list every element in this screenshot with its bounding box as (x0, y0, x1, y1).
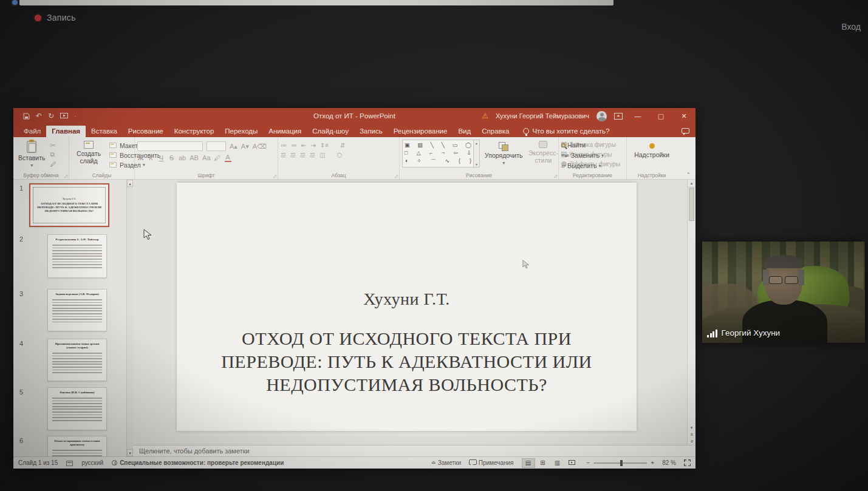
clear-formatting-icon[interactable]: А⌫ (253, 143, 267, 151)
qat-customize-icon[interactable]: · (74, 113, 76, 119)
notes-placeholder[interactable]: Щелкните, чтобы добавить заметки (139, 447, 250, 455)
thumbnail-image[interactable]: Оценка (В.В. Сдобников) (47, 387, 107, 430)
slide-sorter-view-button[interactable]: ⊞ (536, 458, 550, 468)
close-button[interactable]: ✕ (676, 112, 692, 120)
align-left-icon[interactable]: ☰ (281, 152, 286, 158)
line-spacing-icon[interactable]: ⇕≡ (320, 142, 329, 149)
slide-author-text[interactable]: Хухуни Г.Т. (363, 290, 450, 309)
shapes-gallery-scrollbar[interactable]: ▴▾ (474, 140, 480, 168)
scroll-down-icon[interactable]: ▾ (691, 425, 693, 430)
language-indicator[interactable]: русский (81, 459, 103, 466)
change-case-button[interactable]: Аа (202, 154, 211, 161)
zoom-in-icon[interactable]: + (651, 459, 654, 466)
font-name-combobox[interactable] (137, 141, 203, 151)
tab-slideshow[interactable]: Слайд-шоу (307, 126, 354, 137)
next-slide-icon[interactable]: « (689, 439, 694, 442)
arrange-button[interactable]: Упорядочить ▾ (482, 140, 525, 171)
tab-record[interactable]: Запись (354, 126, 388, 137)
thumbnail-image[interactable]: Отказ от принципа соответствия оригиналу (47, 436, 107, 456)
align-right-icon[interactable]: ☰ (300, 152, 306, 158)
grow-font-icon[interactable]: А▴ (230, 143, 238, 151)
smartart-convert-icon[interactable]: ⬡ (337, 152, 342, 158)
new-slide-button[interactable]: Создать слайд (72, 140, 106, 171)
tab-animations[interactable]: Анимация (263, 126, 307, 137)
tab-design[interactable]: Конструктор (169, 126, 220, 137)
highlight-color-icon[interactable]: 🖊 (214, 154, 221, 161)
start-slideshow-icon[interactable] (60, 113, 68, 120)
slide-counter[interactable]: Слайд 1 из 15 (18, 459, 58, 466)
login-link[interactable]: Вход (841, 22, 861, 32)
notes-toggle[interactable]: ≐ Заметки (431, 459, 461, 466)
align-center-icon[interactable]: ☰ (290, 152, 296, 158)
shapes-gallery[interactable]: ▣▨╲╲▭◯ □△⌐¬⇦⇩ ◖✧⌒∿{} (402, 140, 474, 168)
thumbnail-image[interactable]: Противоположная точка зрения (скопос-тео… (47, 339, 107, 381)
scroll-up-icon[interactable]: ▴ (127, 180, 133, 187)
font-size-combobox[interactable] (207, 141, 226, 151)
account-name[interactable]: Хухуни Георгий Теймуразович (496, 112, 589, 120)
thumbnail-panel-scrollbar[interactable]: ▴ ▾ (126, 180, 133, 456)
collapse-ribbon-icon[interactable]: ⌃ (686, 172, 691, 178)
slideshow-view-button[interactable] (566, 458, 579, 468)
paste-button[interactable]: Вставить ▾ (16, 140, 48, 171)
bullets-icon[interactable]: ≔ (281, 142, 287, 149)
account-avatar[interactable] (596, 111, 607, 121)
participant-video-tile[interactable]: Георгий Хухуни (702, 242, 865, 343)
thumbnail-image[interactable]: Ретроспектива 1: А.Ф. Тайтлер (47, 234, 107, 278)
slide-title-text[interactable]: ОТХОД ОТ ИСХОДНОГО ТЕКСТА ПРИ ПЕРЕВОДЕ: … (207, 327, 607, 396)
underline-button[interactable]: Ч (158, 154, 165, 161)
thumbnail-image[interactable]: Задачи перевода (А.В. Федоров) (47, 289, 107, 331)
scroll-down-icon[interactable]: ▾ (127, 449, 133, 456)
decrease-indent-icon[interactable]: ⇤ (301, 142, 306, 149)
text-shadow-icon[interactable]: ab (179, 154, 186, 161)
save-icon[interactable] (23, 113, 30, 120)
slide-editing-area[interactable]: Хухуни Г.Т. ОТХОД ОТ ИСХОДНОГО ТЕКСТА ПР… (133, 180, 695, 445)
addins-button[interactable]: Надстройки (632, 140, 672, 171)
slide-scrollbar[interactable]: ▴ ▾ « « (687, 180, 695, 445)
slide-canvas[interactable]: Хухуни Г.Т. ОТХОД ОТ ИСХОДНОГО ТЕКСТА ПР… (177, 183, 637, 431)
select-button[interactable]: ▱Выделить ▾ (561, 162, 604, 169)
zoom-slider-thumb[interactable] (620, 460, 623, 466)
previous-slide-icon[interactable]: « (689, 433, 694, 436)
columns-icon[interactable]: ◫ (320, 152, 325, 158)
quick-styles-button[interactable]: Экспресс-стили (527, 140, 559, 171)
numbering-icon[interactable]: ≕ (291, 142, 297, 149)
shrink-font-icon[interactable]: А▾ (241, 143, 249, 151)
copy-icon[interactable]: ⧉ (50, 151, 57, 158)
thumbnail-image[interactable]: Хухуни Г.Т. ОТХОД ОТ ИСХОДНОГО ТЕКСТА ПР… (29, 183, 109, 227)
tab-view[interactable]: Вид (453, 126, 476, 137)
zoom-control[interactable]: − + (587, 459, 655, 466)
zoom-slider[interactable] (593, 462, 647, 464)
redo-icon[interactable]: ↻ (48, 112, 54, 120)
tab-transitions[interactable]: Переходы (219, 126, 263, 137)
format-painter-icon[interactable]: 🖉 (50, 160, 57, 168)
comments-toggle-status[interactable]: Примечания (469, 459, 514, 466)
cut-icon[interactable]: ✂ (50, 141, 57, 149)
notes-pane[interactable]: Щелкните, чтобы добавить заметки (133, 445, 695, 456)
ribbon-display-options-icon[interactable] (614, 113, 623, 120)
justify-icon[interactable]: ☰ (310, 152, 315, 158)
zoom-level[interactable]: 82 % (662, 459, 676, 466)
bold-button[interactable]: Ж (137, 154, 144, 161)
accessibility-status[interactable]: Специальные возможности: проверьте реком… (120, 459, 284, 466)
reading-view-button[interactable]: ▥ (551, 458, 564, 468)
zoom-out-icon[interactable]: − (587, 459, 590, 466)
tab-file[interactable]: Файл (18, 126, 46, 137)
font-color-button[interactable]: А (225, 154, 231, 162)
tab-help[interactable]: Справка (476, 126, 514, 137)
find-button[interactable]: Найти (561, 141, 604, 149)
fit-to-window-icon[interactable] (684, 459, 691, 466)
italic-button[interactable]: К (148, 154, 154, 161)
replace-button[interactable]: ᵃᵇ⇄Заменить ▾ (561, 152, 604, 159)
restore-button[interactable]: ▢ (653, 112, 669, 120)
normal-view-button[interactable]: ▤ (522, 458, 535, 468)
tell-me-search[interactable]: Что вы хотите сделать? (523, 127, 609, 137)
tab-review[interactable]: Рецензирование (388, 126, 453, 137)
text-direction-icon[interactable]: ⇵ (340, 142, 345, 149)
tab-insert[interactable]: Вставка (86, 126, 123, 137)
comments-toggle[interactable] (682, 127, 689, 137)
tab-draw[interactable]: Рисование (123, 126, 169, 137)
increase-indent-icon[interactable]: ⇥ (310, 142, 315, 149)
scroll-up-icon[interactable]: ▴ (688, 180, 695, 188)
undo-icon[interactable]: ↶ (36, 112, 42, 120)
scrollbar-thumb[interactable] (689, 188, 694, 221)
